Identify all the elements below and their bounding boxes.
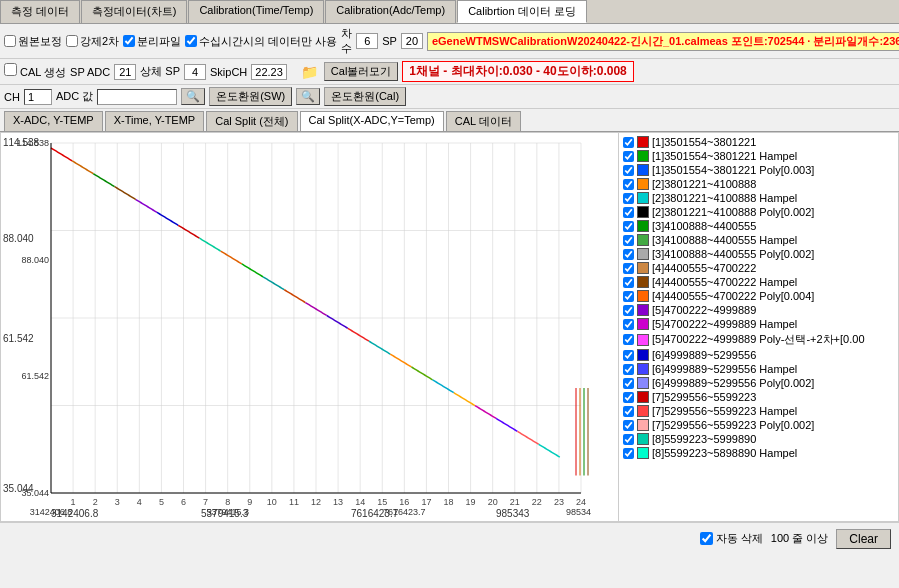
label-ch: CH	[4, 91, 20, 103]
legend-checkbox[interactable]	[623, 420, 634, 431]
cb-auto-delete[interactable]	[700, 532, 713, 545]
y-label-min: 35.044	[3, 483, 34, 494]
main-area: 114.538 88.040 61.542 35.044 3142406.8 5…	[0, 132, 899, 522]
subtab-cal-split-xadc[interactable]: Cal Split(X-ADC,Y=Temp)	[300, 111, 444, 131]
search-icon-btn[interactable]: 🔍	[181, 88, 205, 105]
sub-tabs: X-ADC, Y-TEMP X-Time, Y-TEMP Cal Split (…	[0, 109, 899, 132]
legend-label: [1]3501554~3801221 Poly[0.003]	[652, 164, 814, 176]
toolbar-row-2: CAL 생성 SP ADC 21 상체 SP 4 SkipCH 22.23 📁 …	[0, 59, 899, 85]
legend-checkbox[interactable]	[623, 291, 634, 302]
auto-delete-text: 자동 삭제	[716, 531, 763, 546]
legend-color-box	[637, 334, 649, 346]
legend-checkbox[interactable]	[623, 448, 634, 459]
legend-checkbox[interactable]	[623, 334, 634, 345]
legend-checkbox[interactable]	[623, 193, 634, 204]
legend-item: [1]3501554~3801221	[621, 135, 896, 149]
legend-item: [8]5599223~5999890	[621, 432, 896, 446]
legend-label: [3]4100888~4400555 Poly[0.002]	[652, 248, 814, 260]
legend-color-box	[637, 391, 649, 403]
legend-checkbox[interactable]	[623, 434, 634, 445]
legend-checkbox[interactable]	[623, 179, 634, 190]
legend-color-box	[637, 447, 649, 459]
x-label-mid2: 7616423.7	[351, 508, 398, 519]
cb-original-label[interactable]: 원본보정	[4, 34, 62, 49]
cb-cal-label[interactable]: CAL 생성	[4, 63, 66, 80]
legend-color-box	[637, 405, 649, 417]
subtab-cal-split-all[interactable]: Cal Split (전체)	[206, 111, 297, 131]
cb-split[interactable]	[123, 35, 135, 47]
val-spadc: 21	[114, 64, 136, 80]
legend-checkbox[interactable]	[623, 350, 634, 361]
legend-label: [6]4999889~5299556	[652, 349, 756, 361]
legend-item: [4]4400555~4700222 Hampel	[621, 275, 896, 289]
legend-checkbox[interactable]	[623, 221, 634, 232]
legend-checkbox[interactable]	[623, 406, 634, 417]
legend-checkbox[interactable]	[623, 364, 634, 375]
label-skipch: SkipCH	[210, 66, 247, 78]
legend-checkbox[interactable]	[623, 235, 634, 246]
x-label-max: 985343	[496, 508, 529, 519]
btn-calfile[interactable]: Cal볼러모기	[324, 62, 399, 81]
tab-cal-data-loading[interactable]: Calibrtion 데이터 로딩	[457, 0, 587, 23]
folder-icon[interactable]: 📁	[299, 64, 320, 80]
legend-item: [7]5299556~5599223	[621, 390, 896, 404]
legend-color-box	[637, 136, 649, 148]
legend-checkbox[interactable]	[623, 137, 634, 148]
cb-original[interactable]	[4, 35, 16, 47]
legend-checkbox[interactable]	[623, 151, 634, 162]
cb-split-label[interactable]: 분리파일	[123, 34, 181, 49]
legend-label: [1]3501554~3801221	[652, 136, 756, 148]
legend-label: [2]3801221~4100888 Hampel	[652, 192, 797, 204]
legend-label: [2]3801221~4100888	[652, 178, 756, 190]
clear-button[interactable]: Clear	[836, 529, 891, 549]
subtab-xadc-ytemp[interactable]: X-ADC, Y-TEMP	[4, 111, 103, 131]
label-count: 차수	[341, 26, 352, 56]
cb-auto-delete-label[interactable]: 자동 삭제	[700, 531, 763, 546]
legend-label: [3]4100888~4400555	[652, 220, 756, 232]
legend-checkbox[interactable]	[623, 378, 634, 389]
tab-measurement-chart[interactable]: 측정데이터(차트)	[81, 0, 187, 23]
subtab-xtime-ytemp[interactable]: X-Time, Y-TEMP	[105, 111, 205, 131]
x-label-mid1: 5379415.3	[201, 508, 248, 519]
adc-input[interactable]	[97, 89, 177, 105]
legend-color-box	[637, 248, 649, 260]
toolbar-row-3: CH ADC 값 🔍 온도환원(SW) 🔍 온도환원(Cal)	[0, 85, 899, 109]
y-label-mid2: 61.542	[3, 333, 34, 344]
legend-item: [1]3501554~3801221 Poly[0.003]	[621, 163, 896, 177]
subtab-cal-data[interactable]: CAL 데이터	[446, 111, 521, 131]
legend-item: [3]4100888~4400555	[621, 219, 896, 233]
legend-checkbox[interactable]	[623, 165, 634, 176]
val-sp: 20	[401, 33, 423, 49]
legend-checkbox[interactable]	[623, 319, 634, 330]
cb-force2[interactable]	[66, 35, 78, 47]
tab-measurement-data[interactable]: 측정 데이터	[0, 0, 80, 23]
legend-label: [3]4100888~4400555 Hampel	[652, 234, 797, 246]
cb-force2-label[interactable]: 강제2차	[66, 34, 119, 49]
tab-cal-time-temp[interactable]: Calibration(Time/Temp)	[188, 0, 324, 23]
legend-checkbox[interactable]	[623, 207, 634, 218]
legend-checkbox[interactable]	[623, 249, 634, 260]
legend-color-box	[637, 276, 649, 288]
legend-color-box	[637, 164, 649, 176]
legend-item: [6]4999889~5299556 Poly[0.002]	[621, 376, 896, 390]
label-sp2: 상체 SP	[140, 64, 180, 79]
btn-temp-cal[interactable]: 온도환원(Cal)	[324, 87, 406, 106]
legend-checkbox[interactable]	[623, 305, 634, 316]
label-sp: SP	[382, 35, 397, 47]
legend-color-box	[637, 363, 649, 375]
legend-item: [7]5299556~5599223 Poly[0.002]	[621, 418, 896, 432]
search-icon-btn2[interactable]: 🔍	[296, 88, 320, 105]
btn-temp-sw[interactable]: 온도환원(SW)	[209, 87, 292, 106]
legend-checkbox[interactable]	[623, 392, 634, 403]
legend-checkbox[interactable]	[623, 263, 634, 274]
legend-color-box	[637, 318, 649, 330]
legend-item: [4]4400555~4700222 Poly[0.004]	[621, 289, 896, 303]
legend-item: [1]3501554~3801221 Hampel	[621, 149, 896, 163]
cb-time[interactable]	[185, 35, 197, 47]
legend-item: [2]3801221~4100888	[621, 177, 896, 191]
tab-cal-adc-temp[interactable]: Calibration(Adc/Temp)	[325, 0, 456, 23]
legend-checkbox[interactable]	[623, 277, 634, 288]
cb-time-label[interactable]: 수십시간시의 데이터만 사용	[185, 34, 337, 49]
cb-cal[interactable]	[4, 63, 17, 76]
val-ch[interactable]	[24, 89, 52, 105]
